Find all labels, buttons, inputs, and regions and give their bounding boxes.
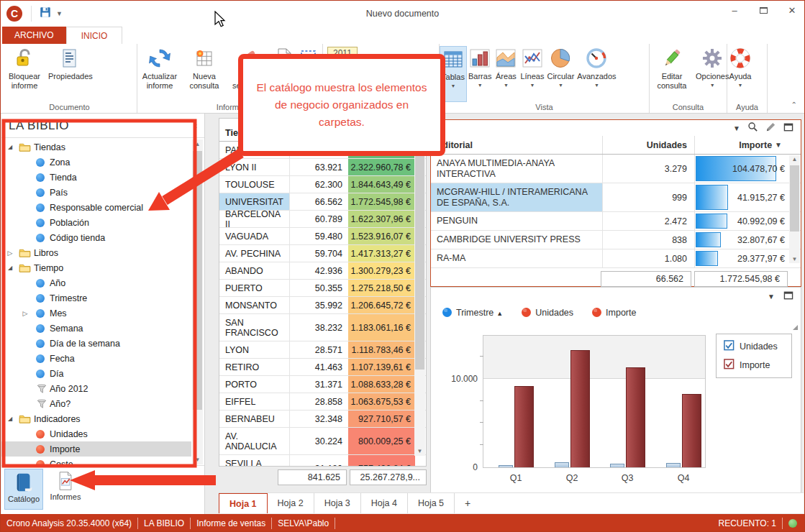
field-chip-unidades[interactable]: Unidades	[522, 308, 573, 318]
table-row[interactable]: TOULOUSE62.3001.844.643,49 €	[219, 176, 426, 193]
editorial-units-cell[interactable]: 838	[602, 231, 694, 249]
minimize-button[interactable]: –	[727, 4, 742, 17]
col-unidades[interactable]: Unidades	[602, 136, 694, 154]
footer-button-informes[interactable]: Informes	[46, 469, 85, 510]
sheet-tab-4[interactable]: Hoja 4	[361, 493, 408, 513]
bar-importe[interactable]	[570, 350, 590, 467]
editorial-name-cell[interactable]: CAMBRIDGE UNIVERSITY PRESS	[431, 231, 602, 249]
table-row[interactable]: ANAYA MULTIMEDIA-ANAYA INTERACTIVA3.2791…	[431, 155, 801, 183]
table-row[interactable]: BARCELONA II60.7891.622.307,96 €	[219, 211, 426, 228]
bar-importe[interactable]	[514, 386, 534, 467]
store-amount-cell[interactable]: 1.063.675,53 €	[348, 393, 415, 410]
table-row[interactable]: PENGUIN2.47240.992,09 €	[431, 212, 801, 231]
collapse-ribbon-icon[interactable]: ⌃	[791, 101, 797, 109]
store-name-cell[interactable]: BERNABEU	[219, 411, 289, 427]
store-amount-cell[interactable]: 1.417.313,27 €	[348, 245, 415, 262]
store-units-cell[interactable]: 28.858	[289, 393, 348, 410]
store-name-cell[interactable]: MONSANTO	[219, 297, 289, 313]
tree-item-año-2012[interactable]: Año 2012	[1, 381, 191, 396]
sheet-tab-1[interactable]: Hoja 1	[219, 493, 268, 513]
tree-item-código-tienda[interactable]: Código tienda	[1, 230, 191, 245]
store-amount-cell[interactable]: 1.772.545,98 €	[348, 193, 415, 210]
save-icon[interactable]	[39, 6, 52, 22]
store-amount-cell[interactable]: 1.107.139,61 €	[348, 359, 415, 375]
tree-item-unidades[interactable]: Unidades	[1, 426, 191, 441]
edit-icon[interactable]	[765, 121, 776, 135]
table-row[interactable]: AV. PECHINA59.7041.417.313,27 €	[219, 245, 426, 262]
store-name-cell[interactable]: AV. ANDALUCIA	[219, 428, 289, 454]
store-units-cell[interactable]: 66.562	[289, 193, 348, 210]
tree-item-tiempo[interactable]: ◢Tiempo	[1, 260, 191, 275]
store-units-cell[interactable]: 50.355	[289, 280, 348, 296]
dropdown-caret-icon[interactable]: ▼	[710, 83, 715, 88]
store-amount-cell[interactable]: 2.322.960,78 €	[348, 159, 415, 175]
tree-item-zona[interactable]: Zona	[1, 155, 191, 170]
store-units-cell[interactable]: 30.224	[289, 428, 348, 454]
panel-menu-caret-icon[interactable]: ▼	[768, 293, 775, 301]
bar-unidades[interactable]	[555, 462, 569, 467]
bar-importe[interactable]	[682, 394, 701, 467]
dropdown-caret-icon[interactable]: ▼	[451, 83, 456, 88]
tree-item-fecha[interactable]: Fecha	[1, 351, 191, 366]
bar-unidades[interactable]	[666, 463, 681, 467]
editorial-units-cell[interactable]: 999	[602, 183, 694, 211]
year-filter-chip[interactable]: 2011	[327, 47, 358, 60]
table-row[interactable]: EIFFEL28.8581.063.675,53 €	[219, 393, 426, 411]
editorial-amount-cell[interactable]: 29.377,97 €	[694, 249, 789, 267]
store-units-cell[interactable]: 60.789	[289, 211, 348, 227]
store-amount-cell[interactable]: 1.088.633,28 €	[348, 376, 415, 393]
store-name-cell[interactable]: VAGUADA	[219, 228, 289, 244]
table-row[interactable]: LYON II63.9212.322.960,78 €	[219, 159, 426, 176]
editorial-name-cell[interactable]: MCGRAW-HILL / INTERAMERICANA DE ESPAÑA, …	[431, 183, 602, 211]
store-amount-cell[interactable]: 1.622.307,96 €	[348, 211, 415, 227]
bar-importe[interactable]	[626, 367, 645, 467]
store-amount-cell[interactable]: 927.710,57 €	[348, 411, 415, 427]
ribbon-button-líneas[interactable]: Líneas▼	[519, 46, 545, 102]
store-name-cell[interactable]: TOULOUSE	[219, 176, 289, 193]
store-amount-cell[interactable]: 1.300.279,23 €	[348, 262, 415, 279]
table-row[interactable]: UNIVERSITAT66.5621.772.545,98 €	[219, 193, 426, 211]
tree-expand-icon[interactable]: ▷	[6, 249, 14, 257]
tree-item-mes[interactable]: ▷Mes	[1, 306, 191, 321]
tree-item-día[interactable]: Día	[1, 366, 191, 381]
store-units-cell[interactable]: 63.921	[289, 159, 348, 175]
tree-item-día-de-la-semana[interactable]: Día de la semana	[1, 336, 191, 351]
legend-item-unidades[interactable]: Unidades	[724, 340, 784, 353]
dropdown-caret-icon[interactable]: ▼	[738, 83, 743, 88]
ribbon-button-actualizar-informe[interactable]: Actualizar informe	[137, 46, 182, 102]
app-logo-icon[interactable]: C	[6, 6, 22, 22]
editorial-scrollbar[interactable]: ▲ ▼	[789, 155, 800, 263]
tree-item-coste[interactable]: Coste	[1, 457, 191, 464]
tab-inicio[interactable]: INICIO	[66, 27, 123, 44]
footer-button-catálogo[interactable]: Catálogo	[4, 469, 43, 510]
store-name-cell[interactable]: PORTO	[219, 376, 289, 393]
table-row[interactable]: MONSANTO35.9921.206.645,72 €	[219, 297, 426, 314]
table-row[interactable]: RETIRO41.4631.107.139,61 €	[219, 359, 426, 376]
table-row[interactable]: RA-MA1.08029.377,97 €	[431, 249, 801, 268]
store-amount-cell[interactable]: 800.009,25 €	[348, 428, 415, 454]
tree-expand-icon[interactable]: ▷	[22, 310, 29, 317]
legend-item-importe[interactable]: Importe	[724, 359, 784, 372]
ribbon-button-editar-consulta[interactable]: Editar consulta	[650, 46, 694, 102]
tree-item-país[interactable]: País	[1, 185, 191, 200]
bar-unidades[interactable]	[499, 465, 513, 467]
tree-item-población[interactable]: Población	[1, 215, 191, 230]
field-chip-trimestre[interactable]: Trimestre▲	[442, 308, 503, 318]
ribbon-button-ex[interactable]: Ex	[271, 46, 297, 102]
ribbon-button-circular[interactable]: Circular▼	[545, 46, 576, 102]
add-sheet-button[interactable]: +	[455, 493, 481, 513]
store-name-cell[interactable]: SEVILLA CENTRO	[219, 455, 289, 466]
table-row[interactable]: SAN FRANCISCO38.2321.183.061,16 €	[219, 314, 426, 341]
maximize-panel-icon[interactable]	[783, 121, 793, 134]
store-amount-cell[interactable]: 2.457.389,28 €	[348, 142, 415, 158]
panel-menu-caret-icon[interactable]: ▼	[733, 124, 740, 132]
store-units-cell[interactable]: 38.232	[289, 314, 348, 341]
editorial-name-cell[interactable]: RA-MA	[431, 249, 602, 267]
store-name-cell[interactable]: UNIVERSITAT	[219, 193, 289, 210]
ribbon-button-opciones[interactable]: Opciones▼	[694, 46, 730, 102]
store-amount-cell[interactable]: 1.183.061,16 €	[348, 314, 415, 341]
ribbon-button-ayuda[interactable]: Ayuda▼	[727, 46, 753, 102]
store-amount-cell[interactable]: 1.523.916,07 €	[348, 228, 415, 244]
tree-item-semana[interactable]: Semana	[1, 321, 191, 336]
store-units-cell[interactable]: 42.936	[289, 262, 348, 279]
